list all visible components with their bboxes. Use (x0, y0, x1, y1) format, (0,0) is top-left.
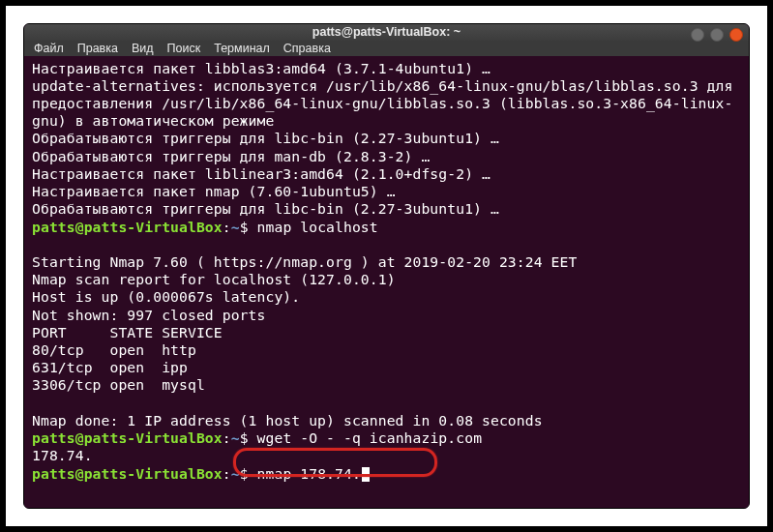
titlebar: patts@patts-VirtualBox: ~ (24, 24, 749, 41)
terminal-window: patts@patts-VirtualBox: ~ Файл Правка Ви… (23, 23, 750, 509)
menu-help[interactable]: Справка (283, 42, 331, 55)
prompt-dollar: $ (240, 219, 249, 235)
close-button[interactable] (729, 28, 743, 42)
prompt-userhost: patts@patts-VirtualBox (32, 429, 223, 446)
command-nmap-localhost: nmap localhost (257, 219, 378, 235)
prompt-path: ~ (231, 465, 240, 482)
menu-view[interactable]: Вид (132, 42, 154, 55)
prompt-dollar: $ (240, 465, 249, 482)
terminal-viewport[interactable]: Настраивается пакет libblas3:amd64 (3.7.… (24, 56, 749, 508)
output-line: Nmap scan report for localhost (127.0.0.… (32, 271, 396, 287)
output-line: Nmap done: 1 IP address (1 host up) scan… (32, 412, 543, 429)
menu-edit[interactable]: Правка (77, 42, 118, 55)
cursor (362, 467, 370, 482)
output-line: Обрабатываются триггеры для libc-bin (2.… (32, 200, 499, 217)
output-line: 178.74. (32, 447, 93, 463)
maximize-button[interactable] (710, 28, 724, 42)
prompt-path: ~ (231, 429, 240, 446)
output-line: Starting Nmap 7.60 ( https://nmap.org ) … (32, 253, 577, 270)
prompt-colon: : (223, 219, 231, 235)
output-line: Настраивается пакет nmap (7.60-1ubuntu5)… (32, 183, 396, 199)
prompt-path: ~ (231, 219, 240, 235)
window-controls (691, 28, 743, 42)
output-line: Обрабатываются триггеры для man-db (2.8.… (32, 148, 430, 164)
prompt-colon: : (223, 465, 231, 482)
output-line: Настраивается пакет liblinear3:amd64 (2.… (32, 165, 491, 182)
output-line: 631/tcp open ipp (32, 359, 188, 375)
prompt-colon: : (223, 429, 231, 446)
output-line: Not shown: 997 closed ports (32, 307, 265, 323)
prompt-dollar: $ (240, 429, 249, 446)
window-title: patts@patts-VirtualBox: ~ (32, 25, 741, 39)
menubar: Файл Правка Вид Поиск Терминал Справка (24, 41, 749, 56)
command-nmap-ip: nmap 178.74. (257, 465, 361, 482)
prompt-userhost: patts@patts-VirtualBox (32, 219, 223, 235)
menu-terminal[interactable]: Терминал (214, 42, 270, 55)
output-line: Обрабатываются триггеры для libc-bin (2.… (32, 130, 499, 146)
output-line: PORT STATE SERVICE (32, 324, 223, 340)
menu-search[interactable]: Поиск (167, 42, 201, 55)
output-line: Настраивается пакет libblas3:amd64 (3.7.… (32, 60, 491, 76)
menu-file[interactable]: Файл (34, 42, 64, 55)
output-line: Host is up (0.000067s latency). (32, 288, 300, 305)
output-line: 3306/tcp open mysql (32, 376, 205, 393)
minimize-button[interactable] (691, 28, 704, 42)
command-wget: wget -O - -q icanhazip.com (257, 429, 483, 446)
output-line: update-alternatives: используется /usr/l… (32, 77, 741, 129)
prompt-userhost: patts@patts-VirtualBox (32, 465, 223, 482)
output-line: 80/tcp open http (32, 341, 196, 358)
